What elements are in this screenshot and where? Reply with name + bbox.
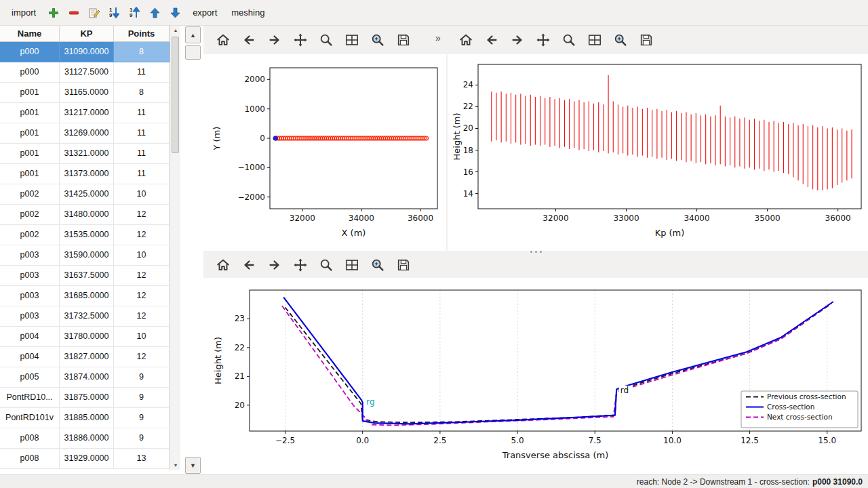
svg-text:21: 21 (235, 371, 245, 381)
cell-name: p001 (0, 164, 60, 184)
cell-kp: 31165.0000 (60, 83, 114, 103)
table-row[interactable]: p00131321.000011 (0, 144, 170, 164)
customize-button[interactable] (368, 255, 388, 275)
cell-name: p001 (0, 103, 60, 123)
svg-text:35000: 35000 (755, 214, 781, 223)
table-row[interactable]: p00131373.000011 (0, 164, 170, 184)
horizontal-splitter-handle[interactable] (522, 249, 549, 254)
cell-kp: 31373.0000 (60, 164, 114, 184)
table-scrollbar-thumb[interactable] (172, 37, 179, 153)
sort-descending-button[interactable]: 19 (105, 4, 123, 22)
edit-cross-section-button[interactable] (85, 4, 103, 22)
column-header-points[interactable]: Points (114, 26, 170, 41)
zoom-button[interactable] (316, 30, 336, 50)
export-button[interactable]: export (186, 5, 223, 20)
plan-view-plot[interactable]: 320003400036000−2000−1000010002000X (m)Y… (203, 54, 446, 251)
cell-points: 11 (114, 62, 170, 83)
import-button[interactable]: import (5, 5, 42, 20)
svg-text:22: 22 (463, 102, 473, 111)
panel-scroll-up-button[interactable]: ▲ (185, 26, 201, 43)
back-button[interactable] (481, 30, 502, 50)
cell-points: 11 (114, 123, 170, 144)
home-button[interactable] (213, 30, 233, 50)
table-row[interactable]: p00331732.500012 (0, 306, 170, 327)
cell-kp: 31732.5000 (60, 306, 114, 327)
remove-cross-section-button[interactable] (64, 4, 83, 22)
table-row[interactable]: p00531874.00009 (0, 367, 170, 388)
edit-icon (88, 7, 100, 19)
table-row[interactable]: p00231480.000012 (0, 205, 170, 225)
scroll-down-icon[interactable]: ▼ (170, 461, 181, 470)
svg-text:32000: 32000 (542, 214, 568, 223)
table-row[interactable]: p00131165.00008 (0, 83, 170, 103)
pan-button[interactable] (533, 30, 553, 50)
table-row[interactable]: p00831929.000013 (0, 449, 170, 469)
meshing-button[interactable]: meshing (225, 5, 271, 20)
table-row[interactable]: p00031127.500011 (0, 62, 170, 83)
svg-text:Y (m): Y (m) (212, 127, 222, 151)
table-row[interactable]: p00331685.000012 (0, 286, 170, 306)
subplots-button[interactable] (342, 255, 362, 275)
cell-name: p004 (0, 327, 60, 347)
toolbar-overflow-button[interactable]: » (435, 33, 441, 43)
plus-icon (48, 7, 59, 18)
svg-text:Height (m): Height (m) (452, 113, 462, 161)
home-button[interactable] (456, 30, 476, 50)
move-down-button[interactable] (166, 4, 184, 22)
back-button[interactable] (239, 255, 259, 275)
save-button[interactable] (393, 30, 414, 50)
table-row[interactable]: p00431780.000010 (0, 327, 170, 347)
status-reach-text: reach: Node 2 -> Downstream 1 - cross-se… (637, 477, 810, 487)
add-cross-section-button[interactable] (44, 4, 62, 22)
customize-button[interactable] (610, 30, 631, 50)
long_profile-figure: 3200033000340003500036000141618202224Kp … (448, 54, 868, 251)
subplots-button[interactable] (342, 30, 362, 50)
table-scrollbar: ▲ ▼ (170, 26, 180, 470)
table-row[interactable]: p00331637.500012 (0, 266, 170, 286)
pan-button[interactable] (290, 30, 311, 50)
back-button[interactable] (239, 30, 259, 50)
customize-button[interactable] (368, 30, 388, 50)
forward-button[interactable] (264, 255, 285, 275)
column-header-kp[interactable]: KP (60, 26, 114, 41)
sort-ascending-button[interactable]: 19 (125, 4, 144, 22)
svg-text:2.5: 2.5 (433, 436, 446, 445)
cell-kp: 31886.0000 (60, 428, 114, 449)
save-button[interactable] (393, 255, 414, 275)
move-up-button[interactable] (146, 4, 164, 22)
zoom-button[interactable] (559, 30, 579, 50)
table-row[interactable]: p00231425.000010 (0, 184, 170, 205)
home-button[interactable] (213, 255, 233, 275)
table-row[interactable]: PontRD10...31875.00009 (0, 388, 170, 408)
table-row[interactable]: p00131217.000011 (0, 103, 170, 123)
cross-section-plot[interactable]: −2.50.02.55.07.510.012.515.020212223Tran… (203, 278, 868, 474)
forward-button[interactable] (264, 30, 285, 50)
long-profile-plot[interactable]: 3200033000340003500036000141618202224Kp … (448, 54, 868, 251)
table-row[interactable]: p00431827.000012 (0, 347, 170, 367)
panel-scrollbar-thumb[interactable] (185, 45, 201, 60)
table-row[interactable]: p00331590.000010 (0, 245, 170, 266)
cell-name: p003 (0, 286, 60, 306)
subplots-button[interactable] (585, 30, 605, 50)
pan-icon (293, 258, 308, 272)
table-row[interactable]: p00831886.00009 (0, 428, 170, 449)
table-row[interactable]: p00231535.000012 (0, 225, 170, 245)
cell-kp: 31875.0000 (60, 388, 114, 408)
back-icon (484, 33, 499, 47)
table-row[interactable]: p00131269.000011 (0, 123, 170, 144)
zoom-button[interactable] (316, 255, 336, 275)
arrow-up-icon (150, 7, 160, 18)
save-button[interactable] (636, 30, 656, 50)
back-icon (241, 258, 256, 272)
cell-kp: 31127.5000 (60, 62, 114, 83)
scroll-up-icon[interactable]: ▲ (170, 26, 181, 35)
table-row[interactable]: p00031090.00008 (0, 42, 170, 62)
column-header-name[interactable]: Name (0, 26, 60, 41)
cell-points: 11 (114, 144, 170, 164)
pan-button[interactable] (290, 255, 311, 275)
cell-name: p002 (0, 225, 60, 245)
table-row[interactable]: PontRD101v31885.00009 (0, 408, 170, 428)
forward-button[interactable] (507, 30, 528, 50)
panel-scroll-down-button[interactable]: ▼ (185, 457, 201, 474)
cell-name: p003 (0, 245, 60, 266)
